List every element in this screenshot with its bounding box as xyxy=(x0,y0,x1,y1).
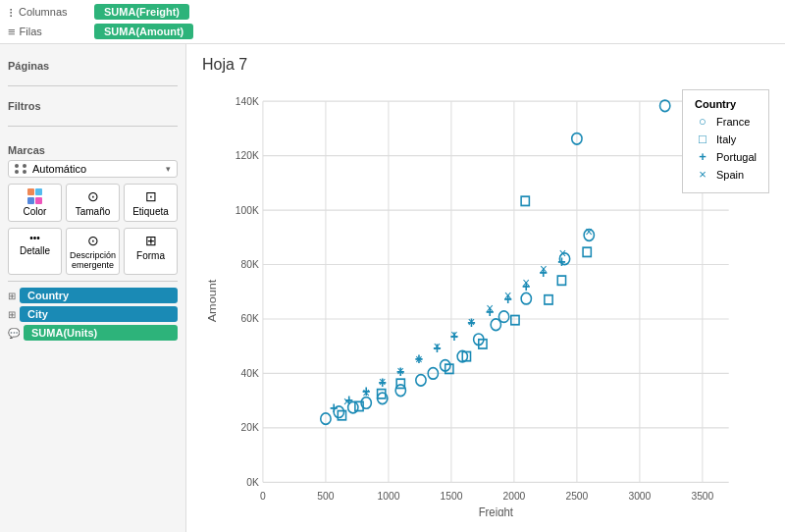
svg-text:×: × xyxy=(504,288,512,304)
svg-rect-61 xyxy=(521,196,529,205)
dots-icon xyxy=(15,164,28,174)
detalle-button[interactable]: ••• Detalle xyxy=(8,228,62,275)
svg-text:0K: 0K xyxy=(246,475,259,488)
svg-text:Amount: Amount xyxy=(206,279,219,322)
svg-text:20K: 20K xyxy=(240,421,259,434)
svg-text:×: × xyxy=(450,326,458,343)
italy-label: Italy xyxy=(716,133,736,145)
main-area: Páginas Filtros Marcas Automático ▾ xyxy=(0,44,785,532)
marks-title: Marcas xyxy=(8,144,178,156)
spain-point: × xyxy=(343,393,351,409)
svg-text:80K: 80K xyxy=(240,257,259,270)
spain-label: Spain xyxy=(716,169,744,181)
chart-area: Hoja 7 Amount xyxy=(186,44,785,532)
etiqueta-icon: ⊡ xyxy=(145,188,157,204)
svg-rect-59 xyxy=(557,276,565,285)
units-field-icon: 💬 xyxy=(8,328,20,339)
marks-type-dropdown[interactable]: Automático ▾ xyxy=(8,160,178,178)
portugal-label: Portugal xyxy=(716,151,757,163)
svg-text:60K: 60K xyxy=(240,312,259,325)
rows-pill[interactable]: SUMA(Amount) xyxy=(94,24,193,39)
svg-text:0: 0 xyxy=(260,489,266,502)
tamanio-icon: ⊙ xyxy=(87,188,99,204)
chart-title: Hoja 7 xyxy=(186,44,785,78)
country-field-row: ⊞ Country xyxy=(8,288,178,303)
svg-text:100K: 100K xyxy=(236,203,260,216)
marks-buttons-row2: ••• Detalle ⊙ Descripción emergente ⊞ Fo… xyxy=(8,228,178,275)
legend-item-italy: □ Italy xyxy=(695,132,757,146)
svg-point-39 xyxy=(416,375,426,387)
etiqueta-button[interactable]: ⊡ Etiqueta xyxy=(124,184,178,222)
rows-label: ≡ Filas xyxy=(8,25,86,39)
columns-icon: ⫶ xyxy=(8,5,15,20)
svg-text:×: × xyxy=(486,299,494,316)
svg-point-45 xyxy=(498,311,508,323)
legend-box: Country ○ France □ Italy + Portugal × Sp… xyxy=(682,89,769,193)
filtros-title: Filtros xyxy=(8,100,178,112)
svg-text:×: × xyxy=(396,362,404,379)
svg-text:500: 500 xyxy=(317,489,334,502)
tamanio-button[interactable]: ⊙ Tamaño xyxy=(66,184,120,222)
filtros-section: Filtros xyxy=(8,92,178,116)
rows-icon: ≡ xyxy=(8,25,16,39)
tooltip-icon: ⊙ xyxy=(87,233,99,248)
svg-text:Freight: Freight xyxy=(479,505,514,516)
svg-rect-60 xyxy=(583,247,591,256)
legend-item-spain: × Spain xyxy=(695,167,757,182)
forma-button[interactable]: ⊞ Forma xyxy=(124,228,178,275)
svg-text:×: × xyxy=(522,274,530,291)
italy-point xyxy=(338,411,345,420)
columns-label: ⫶ Columnas xyxy=(8,5,86,20)
svg-text:1000: 1000 xyxy=(377,489,399,502)
legend-item-portugal: + Portugal xyxy=(695,149,757,164)
svg-text:3500: 3500 xyxy=(691,489,713,502)
divider2 xyxy=(8,126,178,127)
svg-text:×: × xyxy=(540,260,548,277)
units-field-row: 💬 SUMA(Units) xyxy=(8,325,178,341)
france-symbol: ○ xyxy=(695,114,710,129)
left-panel: Páginas Filtros Marcas Automático ▾ xyxy=(0,44,186,532)
svg-text:×: × xyxy=(415,350,423,367)
pages-title: Páginas xyxy=(8,60,178,72)
units-field-pill[interactable]: SUMA(Units) xyxy=(24,325,178,341)
country-field-pill[interactable]: Country xyxy=(20,288,178,303)
svg-text:×: × xyxy=(585,223,593,239)
svg-rect-57 xyxy=(511,316,519,325)
portugal-symbol: + xyxy=(695,149,710,164)
divider3 xyxy=(8,281,178,282)
svg-text:×: × xyxy=(559,244,567,261)
chart-container: Amount xyxy=(186,78,785,532)
detalle-icon: ••• xyxy=(29,233,40,243)
svg-text:120K: 120K xyxy=(236,149,260,162)
city-field-pill[interactable]: City xyxy=(20,306,178,322)
city-field-row: ⊞ City xyxy=(8,306,178,322)
legend-item-france: ○ France xyxy=(695,114,757,129)
svg-text:2000: 2000 xyxy=(502,489,525,502)
svg-rect-58 xyxy=(545,295,552,304)
country-field-icon: ⊞ xyxy=(8,291,16,301)
portugal-point: + xyxy=(330,399,338,416)
color-icon xyxy=(27,188,43,204)
pages-section: Páginas xyxy=(8,52,178,76)
columns-row: ⫶ Columnas SUMA(Freight) xyxy=(8,4,777,20)
color-button[interactable]: Color xyxy=(8,184,62,222)
columns-pill[interactable]: SUMA(Freight) xyxy=(94,4,189,20)
svg-text:140K: 140K xyxy=(236,94,260,107)
italy-symbol: □ xyxy=(695,132,710,146)
rows-row: ≡ Filas SUMA(Amount) xyxy=(8,24,777,39)
top-bar: ⫶ Columnas SUMA(Freight) ≡ Filas SUMA(Am… xyxy=(0,0,785,44)
svg-text:3000: 3000 xyxy=(628,489,651,502)
marks-section: Marcas Automático ▾ xyxy=(8,136,178,344)
svg-text:×: × xyxy=(362,384,370,400)
forma-icon: ⊞ xyxy=(145,233,157,248)
france-label: France xyxy=(716,116,750,128)
divider1 xyxy=(8,85,178,86)
tooltip-button[interactable]: ⊙ Descripción emergente xyxy=(66,228,120,275)
svg-text:×: × xyxy=(434,339,442,355)
legend-title: Country xyxy=(695,98,757,110)
svg-text:1500: 1500 xyxy=(440,489,462,502)
svg-text:×: × xyxy=(379,374,387,391)
marks-buttons-row1: Color ⊙ Tamaño ⊡ Etiqueta xyxy=(8,184,178,222)
spain-symbol: × xyxy=(695,167,710,182)
city-field-icon: ⊞ xyxy=(8,309,16,320)
